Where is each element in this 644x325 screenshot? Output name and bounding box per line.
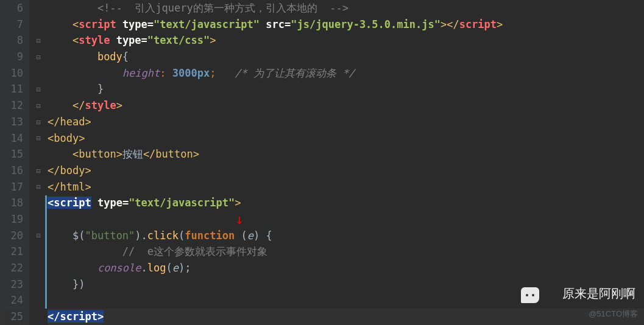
line-number: 10 [5, 65, 23, 82]
code-line[interactable]: console.log(e); [48, 260, 644, 276]
code-line[interactable]: <button>按钮</button> [48, 146, 644, 162]
fold-icon[interactable]: ⊟ [34, 179, 43, 195]
code-line[interactable]: <script type="text/javascript"> [48, 195, 644, 211]
fold-icon[interactable]: ⊟ [34, 130, 43, 147]
line-number: 24 [5, 292, 23, 309]
fold-icon[interactable]: ⊟ [34, 33, 43, 49]
line-number: 17 [5, 179, 23, 195]
line-number: 14 [5, 130, 23, 147]
code-line[interactable]: $("button").click(function (e) { [48, 228, 644, 244]
highlighted-tag: <script [48, 197, 91, 209]
line-number: 9 [5, 49, 23, 65]
line-number: 16 [5, 162, 23, 179]
code-line[interactable]: }) [48, 276, 644, 293]
line-number: 19 [5, 211, 23, 228]
code-line-current[interactable]: </script> [48, 309, 644, 325]
watermark-author: 原来是阿刚啊 [562, 285, 635, 302]
code-line[interactable]: height: 3000px; /* 为了让其有滚动条 */ [48, 65, 644, 82]
fold-icon[interactable]: ⊟ [34, 228, 43, 244]
code-line[interactable] [48, 292, 644, 309]
line-number: 23 [5, 276, 23, 293]
code-line[interactable]: </body> [48, 162, 644, 179]
code-line[interactable]: <script type="text/javascript" src="js/j… [48, 16, 644, 33]
line-number: 6 [5, 0, 23, 16]
code-line[interactable]: </head> [48, 114, 644, 130]
line-number: 8 [5, 32, 23, 49]
annotation-arrow-icon: ↓ [235, 212, 243, 228]
line-number: 25 [5, 309, 23, 325]
line-number: 21 [5, 243, 23, 260]
fold-icon[interactable]: ⊟ [34, 114, 43, 131]
line-number-gutter: 6 7 8 9 10 11 12 13 14 15 16 17 18 19 20… [0, 0, 29, 325]
caret-indicator [45, 195, 47, 309]
code-line[interactable]: body{ [48, 49, 644, 65]
code-line[interactable]: <style type="text/css"> [48, 32, 644, 49]
fold-icon[interactable]: ⊟ [34, 49, 43, 66]
fold-column: ⊟ ⊟ ⊟ ⊟ ⊟ ⊟ ⊟ ⊟ ⊟ [29, 0, 46, 325]
code-content[interactable]: ⊟ ⊟ ⊟ ⊟ ⊟ ⊟ ⊟ ⊟ ⊟ <!-- 引入jquery的第一种方式，引入… [29, 0, 644, 325]
watermark-source: @51CTO博客 [589, 306, 638, 323]
code-line[interactable]: </style> [48, 97, 644, 114]
line-number: 18 [5, 195, 23, 211]
line-number: 20 [5, 228, 23, 244]
fold-icon[interactable]: ⊟ [34, 163, 43, 180]
line-number: 12 [5, 97, 23, 114]
code-line[interactable]: <body> [48, 130, 644, 147]
line-number: 7 [5, 16, 23, 33]
code-line[interactable] [48, 211, 644, 228]
highlighted-tag: </script> [48, 310, 104, 323]
code-editor[interactable]: 6 7 8 9 10 11 12 13 14 15 16 17 18 19 20… [0, 0, 644, 325]
line-number: 22 [5, 260, 23, 276]
fold-icon[interactable]: ⊟ [34, 82, 43, 98]
code-line[interactable]: } [48, 81, 644, 97]
line-number: 11 [5, 81, 23, 97]
wechat-icon [521, 287, 539, 303]
line-number: 15 [5, 146, 23, 162]
line-number: 13 [5, 114, 23, 130]
fold-icon[interactable]: ⊟ [34, 98, 43, 114]
code-line[interactable]: </html> [48, 179, 644, 195]
code-line[interactable]: // e这个参数就表示事件对象 [48, 243, 644, 260]
comment: <!-- 引入jquery的第一种方式，引入本地的 --> [97, 2, 349, 14]
code-line[interactable]: <!-- 引入jquery的第一种方式，引入本地的 --> [48, 0, 644, 16]
